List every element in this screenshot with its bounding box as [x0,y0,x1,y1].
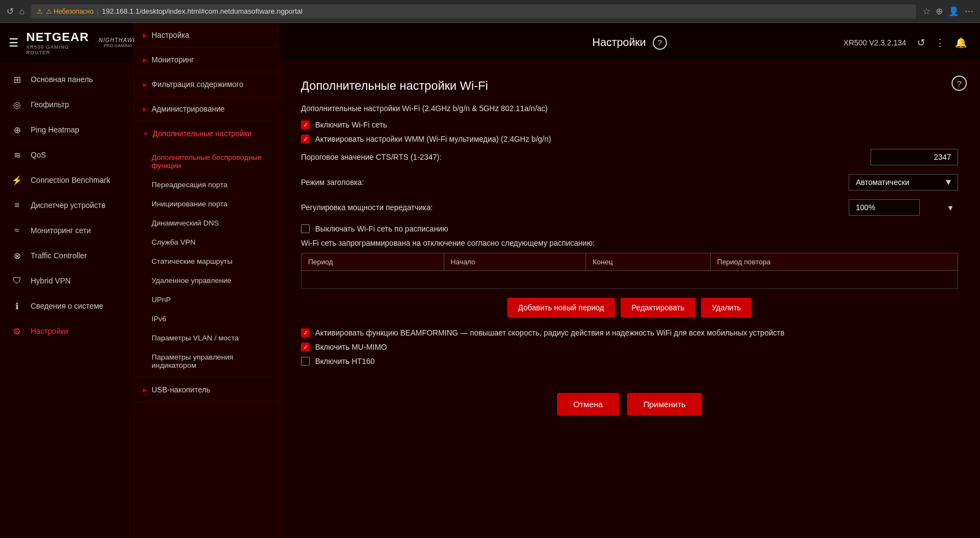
sidebar-item-network-monitor[interactable]: ≈ Мониторинг сети [0,218,134,243]
subitem-upnp-label: UPnP [152,296,171,304]
header-mode-select[interactable]: Автоматически Вручную [849,174,958,190]
sidebar-item-dashboard[interactable]: ⊞ Основная панель [0,67,134,92]
top-bar: Настройки ? XR500 V2.3.2.134 ↺ ⋮ 🔔 [279,23,980,62]
ht160-checkbox[interactable] [301,357,310,366]
subitem-led-label: Параметры управления индикатором [152,353,233,369]
settings-help-button[interactable]: ? [653,36,667,50]
subitem-remote-mgmt-label: Удаленное управление [152,276,231,285]
power-select[interactable]: 100% 75% 50% 25% [849,199,920,216]
delete-button[interactable]: Удалить [701,298,752,317]
bookmark-icon[interactable]: ☆ [923,6,930,16]
subitem-upnp[interactable]: UPnP [134,290,279,309]
ping-heatmap-icon: ⊕ [11,124,23,136]
cts-input[interactable] [871,149,958,165]
section-nastroyka-header[interactable]: ▶ Настройка [134,23,279,47]
dashboard-icon: ⊞ [11,73,23,85]
sidebar-item-hybrid-vpn[interactable]: 🛡 Hybrid VPN [0,268,134,293]
subitem-ddns[interactable]: Динамический DNS [134,213,279,233]
browser-actions[interactable]: ☆ ⊕ 👤 ⋯ [923,6,973,16]
subitem-led[interactable]: Параметры управления индикатором [134,348,279,375]
sidebar-item-system-info[interactable]: ℹ Сведения о системе [0,293,134,319]
geofilter-icon: ◎ [11,99,23,111]
section-usb-header[interactable]: ▶ USB-накопитель [134,378,279,402]
top-bar-center: Настройки ? [592,36,666,50]
schedule-buttons: Добавить новый период Редактировать Удал… [301,298,958,317]
page-help-button[interactable]: ? [952,76,967,91]
hamburger-menu[interactable]: ☰ [9,36,19,49]
subitem-vpn-service[interactable]: Служба VPN [134,233,279,252]
network-monitor-icon: ≈ [11,224,23,236]
main-wrapper: Настройки ? XR500 V2.3.2.134 ↺ ⋮ 🔔 ? Доп… [279,23,980,538]
power-select-wrapper: 100% 75% 50% 25% ▾ [849,199,958,216]
section-advanced-header[interactable]: ▼ Дополнительные настройки [134,122,279,146]
sidebar-label-ping-heatmap: Ping Heatmap [31,125,79,134]
nighthawk-logo-group: NIGHTHAWK PRO GAMING [99,37,137,48]
browser-refresh[interactable]: ↺ [7,6,14,16]
subitem-vlan[interactable]: Параметры VLAN / моста [134,328,279,348]
sidebar-label-network-monitor: Мониторинг сети [31,226,91,235]
schedule-checkbox[interactable] [301,224,310,233]
connection-benchmark-icon: ⚡ [11,174,23,186]
sidebar-label-geofilter: Геофильтр [31,100,69,109]
section-nastroyka-label: Настройка [152,31,189,39]
subitem-remote-mgmt[interactable]: Удаленное управление [134,271,279,290]
subitem-port-forwarding[interactable]: Переадресация порта [134,175,279,194]
page-title: Дополнительные настройки Wi-Fi [301,79,958,93]
topbar-menu-icon[interactable]: ⋮ [935,37,945,49]
app-container: ☰ NETGEAR XR500 GAMING ROUTER NIGHTHAWK … [0,23,980,538]
bottom-buttons: Отмена Применить [301,382,958,415]
section-admin-label: Администрирование [152,105,225,113]
schedule-description: Wi-Fi сеть запрограммирована на отключен… [301,239,958,247]
browser-toolbar: ↺ ⌂ ⚠ ⚠ Небезопасно | 192.168.1.1/deskto… [0,0,980,23]
enable-wifi-checkbox[interactable]: ✓ [301,120,310,129]
subitem-port-triggering[interactable]: Инициирование порта [134,194,279,213]
top-bar-icons: ↺ ⋮ 🔔 [917,37,967,49]
apply-button[interactable]: Применить [627,393,703,415]
menu-icon[interactable]: ⋯ [965,6,973,16]
nav-items: ⊞ Основная панель ◎ Геофильтр ⊕ Ping Hea… [0,62,134,538]
notification-icon[interactable]: 🔔 [955,37,967,49]
empty-row-cell [301,271,958,289]
browser-nav[interactable]: ↺ ⌂ [7,6,25,16]
col-repeat: Период повтора [710,253,958,271]
section-monitoring-header[interactable]: ▶ Мониторинг [134,48,279,72]
checkmark-wmm: ✓ [303,136,308,143]
subitem-ipv6-label: IPv6 [152,315,166,323]
section-advanced-label: Дополнительные настройки [153,129,252,138]
insecure-label: ⚠ Небезопасно [46,8,94,15]
subitem-static-routes[interactable]: Статические маршруты [134,252,279,271]
mu-mimo-row: ✓ Включить MU-MIMO [301,343,958,351]
sidebar-item-traffic-controller[interactable]: ⊗ Traffic Controller [0,243,134,268]
cancel-button[interactable]: Отмена [557,393,619,415]
edit-button[interactable]: Редактировать [621,298,695,317]
subitem-port-forwarding-label: Переадресация порта [152,181,228,189]
checkmark-beamforming: ✓ [303,329,308,337]
section-description: Дополнительные настройки Wi-Fi (2.4GHz b… [301,104,958,113]
extensions-icon[interactable]: ⊕ [936,6,943,16]
power-label: Регулировка мощности передатчика: [301,203,849,212]
sidebar-item-qos[interactable]: ≋ QoS [0,142,134,167]
url-bar[interactable]: ⚠ ⚠ Небезопасно | 192.168.1.1/desktop/in… [31,4,916,19]
sidebar-item-device-manager[interactable]: ≡ Диспетчер устройств [0,193,134,218]
separator: | [97,7,98,15]
sidebar-item-geofilter[interactable]: ◎ Геофильтр [0,92,134,117]
subitem-ipv6[interactable]: IPv6 [134,309,279,328]
mu-mimo-checkbox[interactable]: ✓ [301,343,310,351]
section-filtering-header[interactable]: ▶ Фильтрация содержимого [134,72,279,96]
section-admin-header[interactable]: ▶ Администрирование [134,97,279,121]
wmm-checkbox[interactable]: ✓ [301,135,310,143]
account-icon[interactable]: 👤 [948,6,959,16]
sidebar-item-ping-heatmap[interactable]: ⊕ Ping Heatmap [0,117,134,142]
refresh-icon[interactable]: ↺ [917,37,925,49]
device-manager-icon: ≡ [11,199,23,211]
sidebar-item-settings[interactable]: ⚙ Настройки [0,319,134,344]
add-period-button[interactable]: Добавить новый период [507,298,615,317]
browser-home[interactable]: ⌂ [19,7,25,16]
traffic-controller-icon: ⊗ [11,250,23,262]
system-info-icon: ℹ [11,300,23,312]
help-question-mark: ? [658,38,662,47]
subitem-wifi-advanced[interactable]: Дополнительные беспроводные функции [134,148,279,175]
sidebar-item-connection-benchmark[interactable]: ⚡ Connection Benchmark [0,167,134,193]
ht160-row: Включить HT160 [301,357,958,366]
beamforming-checkbox[interactable]: ✓ [301,328,310,337]
